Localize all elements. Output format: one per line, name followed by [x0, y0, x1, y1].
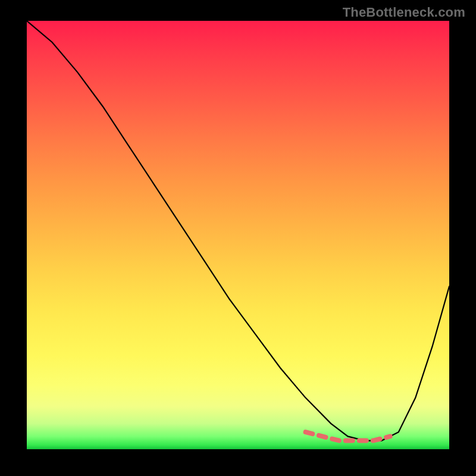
chart-svg — [27, 21, 449, 449]
bottleneck-curve — [27, 21, 449, 441]
chart-frame: TheBottleneck.com — [0, 0, 476, 476]
chart-plot-area — [27, 21, 449, 449]
watermark-text: TheBottleneck.com — [343, 5, 465, 20]
